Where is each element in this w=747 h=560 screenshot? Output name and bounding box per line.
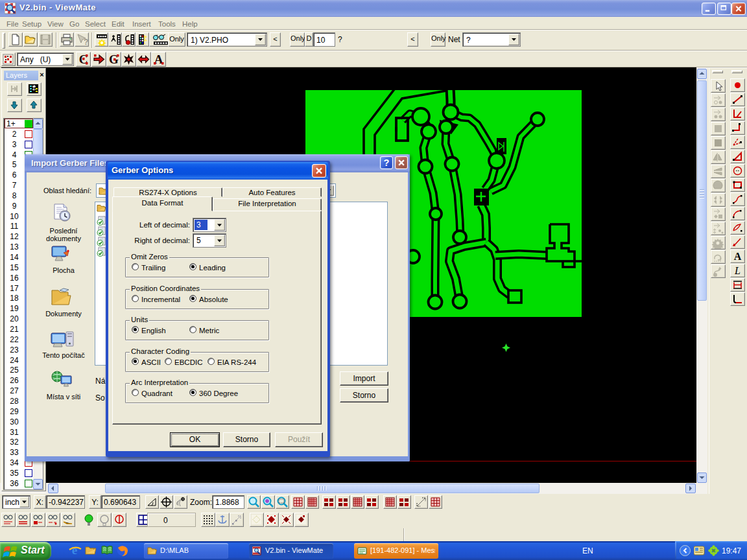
- svg-text:e: e: [72, 544, 77, 557]
- svg-text:L: L: [734, 265, 741, 276]
- svg-text:?: ?: [384, 158, 390, 168]
- svg-text:A: A: [734, 251, 742, 262]
- svg-text:?: ?: [84, 38, 88, 46]
